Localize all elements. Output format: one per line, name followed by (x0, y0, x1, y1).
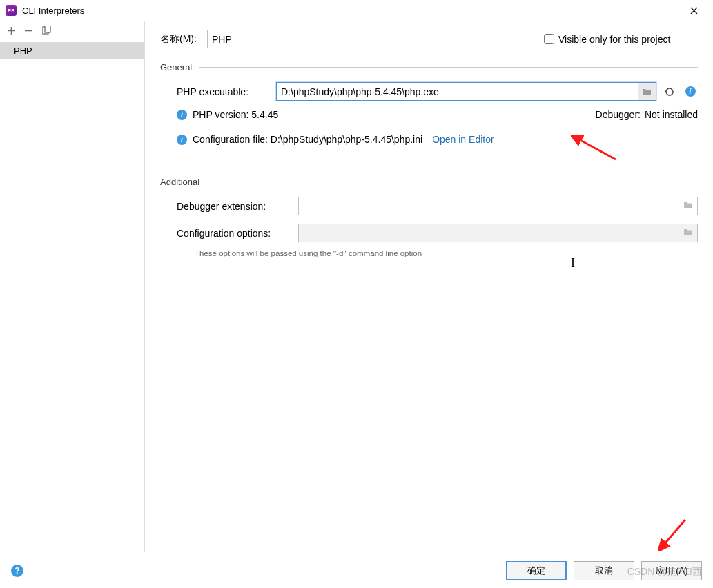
config-file-text: Configuration file: D:\phpStudy\php\php-… (193, 134, 422, 145)
visible-only-checkbox-input[interactable] (544, 34, 554, 44)
config-options-hint: These options will be passed using the '… (160, 249, 698, 257)
visible-only-checkbox[interactable]: Visible only for this project (544, 34, 670, 45)
name-label: 名称(M): (160, 33, 202, 46)
name-row: 名称(M): Visible only for this project (160, 30, 698, 48)
ok-button[interactable]: 确定 (506, 561, 567, 580)
footer-buttons: 确定 取消 应用 (A) (506, 561, 702, 580)
config-file-line: i Configuration file: D:\phpStudy\php\ph… (160, 134, 698, 145)
config-options-wrap (298, 224, 698, 242)
divider (199, 67, 698, 68)
add-button[interactable] (7, 26, 16, 38)
folder-icon (683, 228, 693, 236)
sidebar-toolbar (0, 21, 144, 42)
info-icon: i (685, 86, 696, 97)
info-icon: i (177, 135, 187, 145)
divider (206, 182, 698, 182)
reload-icon (664, 86, 675, 97)
info-icon: i (177, 110, 187, 120)
debugger-ext-input[interactable] (299, 201, 679, 212)
sidebar-item-label: PHP (14, 46, 32, 56)
main-panel: 名称(M): Visible only for this project Gen… (145, 21, 713, 552)
config-options-label: Configuration options: (177, 228, 298, 239)
folder-icon (642, 88, 652, 96)
php-version-text: PHP version: 5.4.45 (193, 109, 278, 120)
config-options-row: Configuration options: (160, 224, 698, 242)
open-in-editor-link[interactable]: Open in Editor (432, 134, 494, 145)
close-button[interactable] (680, 1, 707, 20)
debugger-value: Not installed (645, 109, 698, 120)
sidebar-item-php[interactable]: PHP (0, 42, 144, 59)
cancel-button[interactable]: 取消 (574, 561, 634, 580)
debugger-ext-row: Debugger extension: (160, 197, 698, 215)
window-title: CLI Interpreters (22, 6, 680, 16)
titlebar: PS CLI Interpreters (0, 0, 713, 21)
sidebar: PHP (0, 21, 145, 552)
folder-icon (683, 201, 693, 209)
footer: ? 确定 取消 应用 (A) (0, 553, 713, 588)
dialog-body: PHP 名称(M): Visible only for this project… (0, 21, 713, 552)
executable-label: PHP executable: (177, 86, 276, 97)
remove-button[interactable] (24, 26, 33, 38)
visible-only-label: Visible only for this project (558, 34, 670, 45)
debugger-ext-label: Debugger extension: (177, 201, 298, 212)
section-additional: Additional (160, 177, 698, 187)
close-icon (690, 7, 698, 14)
php-version-line: i PHP version: 5.4.45 Debugger: Not inst… (160, 109, 698, 120)
executable-row: PHP executable: i (160, 82, 698, 101)
plus-icon (7, 26, 16, 35)
config-options-input[interactable] (299, 228, 679, 239)
browse-executable-button[interactable] (638, 83, 656, 100)
section-general-label: General (160, 62, 192, 72)
executable-input-wrap (276, 82, 656, 101)
help-button[interactable]: ? (11, 565, 23, 577)
browse-debugger-ext-button[interactable] (679, 201, 697, 211)
name-input[interactable] (207, 30, 531, 48)
copy-button[interactable] (41, 26, 51, 38)
text-cursor-icon: I (571, 256, 575, 271)
reload-button[interactable] (662, 84, 677, 99)
executable-input[interactable] (277, 86, 638, 97)
info-button[interactable]: i (683, 84, 698, 99)
debugger-ext-wrap (298, 197, 698, 215)
sidebar-list: PHP (0, 42, 144, 552)
copy-icon (41, 26, 51, 35)
minus-icon (24, 26, 33, 35)
section-general: General (160, 62, 698, 72)
app-icon: PS (6, 5, 17, 16)
svg-rect-1 (45, 26, 50, 32)
apply-button[interactable]: 应用 (A) (641, 561, 702, 580)
section-additional-label: Additional (160, 177, 199, 187)
edit-config-options-button[interactable] (679, 228, 697, 238)
debugger-label: Debugger: (596, 109, 641, 120)
